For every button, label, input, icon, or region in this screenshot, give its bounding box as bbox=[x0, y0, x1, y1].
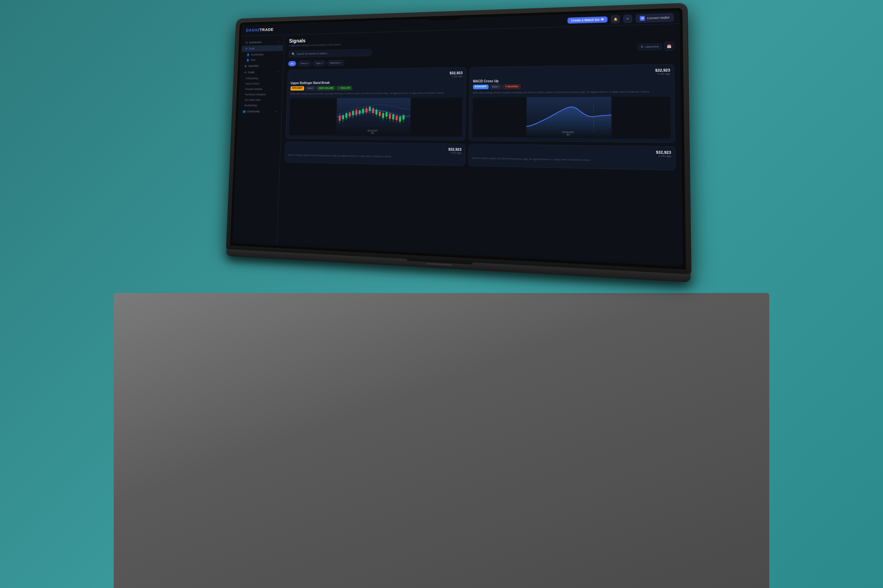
main-layout: ⊞ Dashboard ▾ ⚒ Tools bbox=[232, 24, 683, 267]
search-box[interactable]: 🔍 bbox=[288, 49, 371, 57]
filter-right: ⇅ Latest first 📅 bbox=[637, 42, 674, 51]
signal-card-1-title: Upper Bollinger Band Break bbox=[291, 80, 462, 85]
signal-card-1-pair-tag: BTC/USDT bbox=[291, 86, 304, 90]
sidebar-item-watchlist[interactable]: ◉ Watchlist bbox=[241, 63, 282, 69]
connect-wallet-label: Connect Wallet bbox=[647, 16, 670, 20]
screen: DASH2TRADE Create a Watch list 👁 🔔 bbox=[232, 11, 683, 267]
svg-rect-36 bbox=[389, 114, 391, 118]
logo-text2: TRADE bbox=[259, 27, 274, 32]
sidebar-item-dashboard[interactable]: ⊞ Dashboard ▾ bbox=[242, 39, 283, 45]
signal-card-2-bearish-tag: ✗ BEARISH bbox=[502, 84, 520, 89]
signal-card-1-volume-tag: HIGH VOLUME bbox=[316, 86, 336, 90]
chevron-right-icon: ▾ bbox=[279, 40, 280, 43]
tag-watchlist[interactable]: Watchlist ▾ bbox=[327, 60, 344, 66]
calendar-icon: 📅 bbox=[667, 44, 671, 48]
sidebar-backtesting-label: Backtesting bbox=[251, 53, 264, 56]
signal-card-3[interactable]: $32,923 5 min ago level of 128mm (down 1… bbox=[285, 142, 465, 166]
signal-card-2-time: 5 min ago bbox=[655, 72, 670, 75]
wallet-icon: W bbox=[640, 16, 645, 21]
tools-icon: ⚒ bbox=[245, 47, 247, 50]
sidebar-item-on-chain[interactable]: On-Chain Data bbox=[238, 97, 282, 103]
sidebar-item-technical-indicators[interactable]: Technical Indicators bbox=[238, 92, 282, 97]
signal-card-2-title: MACD Cross Up bbox=[473, 77, 670, 83]
signal-card-1[interactable]: $32,923 5 min ago Upper Bollinger Band B… bbox=[285, 67, 466, 140]
signal-card-3-time: 5 min ago bbox=[448, 151, 462, 154]
sidebar-item-bots[interactable]: 👤 Bots bbox=[240, 57, 284, 63]
signal-card-2-desc: BNB daily trading volume reached unusual… bbox=[473, 90, 670, 95]
mail-icon: ✉ bbox=[627, 17, 629, 21]
sidebar-item-tools[interactable]: ⚒ Tools ▾ bbox=[242, 45, 283, 52]
svg-rect-40 bbox=[396, 116, 398, 120]
sidebar-item-community[interactable]: 👥 Community ▸ bbox=[239, 108, 280, 115]
signals-grid: $32,923 5 min ago Upper Bollinger Band B… bbox=[285, 64, 675, 170]
logo: DASH2TRADE bbox=[246, 27, 274, 33]
bell-icon: 🔔 bbox=[613, 17, 618, 21]
sidebar-item-guide[interactable]: ★ Guide ▾ bbox=[241, 69, 282, 75]
signal-card-4[interactable]: $32,923 5 min ago level of 128mm (down 1… bbox=[468, 144, 675, 170]
sidebar-community-label: Community bbox=[247, 110, 259, 113]
svg-rect-22 bbox=[366, 108, 367, 112]
signal-card-1-desc: BNB daily trading volume reached unusual… bbox=[291, 92, 462, 96]
svg-rect-44 bbox=[402, 115, 405, 119]
logo-text: DASH bbox=[246, 28, 257, 33]
tag-token-label: Token bbox=[300, 62, 306, 65]
signal-card-2-header: $32,923 5 min ago bbox=[473, 68, 670, 77]
laptop-hinge bbox=[426, 263, 452, 266]
signal-card-1-time: 5 min ago bbox=[450, 75, 463, 78]
signal-card-1-chart: BTCUSDT5m bbox=[289, 98, 462, 136]
chevron-guide-icon: ▾ bbox=[277, 71, 279, 73]
create-watchlist-button[interactable]: Create a Watch list 👁 bbox=[568, 16, 608, 24]
notification-button[interactable]: 🔔 bbox=[611, 15, 620, 23]
signal-card-4-desc: level of 128mm (down 101.8% from previou… bbox=[472, 156, 671, 164]
svg-rect-26 bbox=[372, 108, 374, 113]
tag-token[interactable]: Token ▾ bbox=[298, 61, 311, 66]
sidebar-item-onboarding[interactable]: Onboarding bbox=[239, 75, 283, 81]
search-icon: 🔍 bbox=[292, 52, 295, 56]
laptop-lid: DASH2TRADE Create a Watch list 👁 🔔 bbox=[226, 4, 691, 274]
community-icon: 👥 bbox=[243, 110, 246, 113]
sidebar-backtesting2-label: Backtesting bbox=[244, 104, 257, 107]
concrete-block bbox=[114, 293, 769, 588]
signal-card-1-bullish-tag: ✓ BULLISH bbox=[337, 86, 352, 90]
signal-card-3-price: $32,923 bbox=[448, 147, 462, 152]
svg-rect-30 bbox=[379, 111, 381, 116]
tag-all[interactable]: All bbox=[288, 61, 296, 66]
connect-wallet-button[interactable]: W Connect Wallet bbox=[636, 13, 673, 22]
sidebar-item-how-to-short[interactable]: How to Short bbox=[239, 81, 283, 87]
signal-card-2-chart: ETHUSDT5m bbox=[472, 96, 671, 139]
mail-button[interactable]: ✉ bbox=[624, 14, 632, 23]
signal-card-2[interactable]: $32,923 5 min ago MACD Cross Up ETH/USDT… bbox=[468, 64, 675, 143]
svg-rect-14 bbox=[352, 111, 354, 115]
sidebar-guide-label: Guide bbox=[248, 71, 255, 74]
signal-card-3-desc: level of 128mm (down 101.8% from previou… bbox=[288, 153, 462, 160]
svg-rect-16 bbox=[355, 110, 357, 115]
signal-card-4-header: $32,923 5 min ago bbox=[472, 147, 671, 158]
sidebar-bots-label: Bots bbox=[251, 58, 256, 61]
sidebar-onboarding-label: Onboarding bbox=[246, 77, 258, 80]
content-area: Signals + 189 NEW WEEKLY HIGH EVENTS THI… bbox=[277, 24, 683, 267]
chart-1-label: BTCUSDT5m bbox=[367, 129, 378, 134]
signal-card-1-header: $32,923 5 min ago bbox=[291, 71, 462, 80]
calendar-button[interactable]: 📅 bbox=[664, 42, 674, 51]
sort-button[interactable]: ⇅ Latest first bbox=[637, 43, 662, 50]
tag-type[interactable]: Type ▾ bbox=[313, 60, 325, 66]
user-icon: 👤 bbox=[246, 53, 250, 56]
guide-icon: ★ bbox=[244, 71, 246, 74]
signal-card-3-header: $32,923 5 min ago bbox=[288, 145, 462, 154]
sidebar-item-backtesting2[interactable]: Backtesting bbox=[238, 103, 282, 108]
signal-card-1-tags: BTC/USDT DAILY HIGH VOLUME ✓ BULLISH bbox=[291, 85, 462, 91]
sidebar-tools-label: Tools bbox=[249, 47, 255, 51]
sort-icon: ⇅ bbox=[641, 45, 643, 48]
sidebar-presale-label: Presale Markets bbox=[245, 87, 262, 91]
subtitle-text: NEW WEEKLY HIGH EVENTS THIS WEEK bbox=[295, 43, 341, 47]
signal-card-4-time: 5 min ago bbox=[656, 154, 671, 158]
sidebar-item-presale-markets[interactable]: Presale Markets bbox=[239, 86, 283, 92]
chevron-token-icon: ▾ bbox=[307, 62, 309, 65]
signal-card-2-pair-tag: ETH/USDT bbox=[473, 84, 489, 89]
bot-icon: 👤 bbox=[246, 58, 250, 62]
search-input[interactable] bbox=[297, 51, 368, 56]
screen-bezel: DASH2TRADE Create a Watch list 👁 🔔 bbox=[230, 8, 686, 270]
sort-label: Latest first bbox=[645, 45, 658, 48]
signal-card-2-price: $32,923 bbox=[655, 68, 670, 72]
watchlist-icon: ◉ bbox=[244, 64, 247, 68]
